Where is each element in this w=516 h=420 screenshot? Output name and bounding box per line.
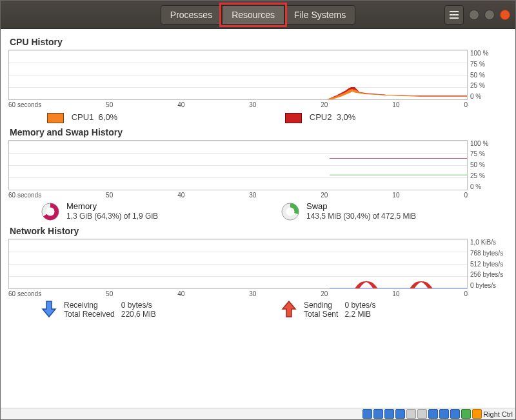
ylabel: 512 bytes/s [470, 261, 508, 268]
xlabel: 60 seconds [8, 101, 41, 108]
status-icon[interactable] [439, 409, 449, 419]
ylabel: 25 % [470, 82, 508, 89]
memory-detail: 1,3 GiB (64,3%) of 1,9 GiB [66, 212, 158, 222]
status-icon[interactable] [373, 409, 383, 419]
menu-button[interactable] [444, 5, 464, 25]
upload-arrow-icon [281, 300, 297, 319]
xlabel: 40 [177, 192, 184, 199]
ylabel: 768 bytes/s [470, 250, 508, 257]
titlebar: Processes Resources File Systems [1, 1, 515, 29]
status-icon[interactable] [428, 409, 438, 419]
svg-point-1 [46, 207, 54, 215]
cpu1-color-swatch [47, 113, 64, 123]
swap-label: Swap [306, 201, 416, 212]
window-controls [444, 5, 510, 25]
status-icon[interactable] [395, 409, 405, 419]
main-content: CPU History 100 % 75 % 50 % 25 % 0 % 60 … [1, 29, 515, 322]
network-legend: Receiving 0 bytes/s Total Received 220,6… [41, 300, 508, 319]
xlabel: 0 [464, 290, 468, 297]
swap-detail: 143,5 MiB (30,4%) of 472,5 MiB [306, 212, 416, 222]
network-history-title: Network History [10, 226, 508, 236]
xlabel: 10 [392, 192, 399, 199]
ylabel: 0 bytes/s [470, 282, 508, 289]
status-icon[interactable] [472, 409, 482, 419]
memory-y-axis: 100 % 75 % 50 % 25 % 0 % [468, 140, 508, 190]
total-sent-value: 2,2 MiB [344, 310, 382, 319]
xlabel: 20 [321, 192, 328, 199]
close-button[interactable] [500, 10, 510, 20]
status-icon[interactable] [461, 409, 471, 419]
xlabel: 50 [106, 192, 113, 199]
vm-status-bar: Right Ctrl [1, 408, 515, 419]
cpu2-value: 3,0% [337, 112, 356, 122]
memory-pie-icon [41, 202, 60, 221]
xlabel: 60 seconds [8, 192, 41, 199]
xlabel: 30 [249, 290, 256, 297]
memory-chart [8, 140, 468, 190]
cpu-legend: CPU1 6,0% CPU2 3,0% [47, 112, 508, 123]
tab-processes[interactable]: Processes [161, 5, 222, 25]
cpu2-legend[interactable]: CPU2 3,0% [285, 112, 355, 123]
receiving-item[interactable]: Receiving 0 bytes/s Total Received 220,6… [41, 300, 268, 319]
view-tabs: Processes Resources File Systems [161, 5, 355, 25]
xlabel: 50 [106, 101, 113, 108]
ylabel: 50 % [470, 161, 508, 168]
ylabel: 25 % [470, 172, 508, 179]
cpu-history-title: CPU History [10, 37, 508, 47]
ylabel: 75 % [470, 150, 508, 157]
tab-file-systems[interactable]: File Systems [284, 5, 355, 25]
status-icon[interactable] [406, 409, 416, 419]
total-sent-label: Total Sent [304, 310, 344, 319]
memory-label: Memory [66, 201, 158, 212]
tab-resources[interactable]: Resources [222, 5, 284, 25]
status-icon[interactable] [384, 409, 394, 419]
cpu-chart [8, 50, 468, 100]
status-icon[interactable] [417, 409, 427, 419]
network-y-axis: 1,0 KiB/s 768 bytes/s 512 bytes/s 256 by… [468, 239, 508, 289]
sending-rate: 0 bytes/s [344, 301, 382, 310]
ylabel: 256 bytes/s [470, 271, 508, 278]
memory-x-axis: 60 seconds 50 40 30 20 10 0 [8, 192, 468, 199]
cpu2-label: CPU2 [310, 112, 332, 122]
receiving-label: Receiving [64, 301, 121, 310]
download-arrow-icon [41, 300, 57, 319]
ylabel: 100 % [470, 50, 508, 57]
minimize-button[interactable] [469, 10, 479, 20]
status-icon[interactable] [362, 409, 372, 419]
cpu1-label: CPU1 [72, 112, 94, 122]
maximize-button[interactable] [484, 10, 495, 20]
xlabel: 10 [392, 290, 399, 297]
ylabel: 100 % [470, 140, 508, 147]
network-chart [8, 239, 468, 289]
xlabel: 30 [249, 101, 256, 108]
xlabel: 30 [249, 192, 256, 199]
total-received-label: Total Received [64, 310, 121, 319]
memory-legend: Memory 1,3 GiB (64,3%) of 1,9 GiB Swap 1… [41, 201, 508, 222]
receiving-rate: 0 bytes/s [121, 301, 163, 310]
memory-item[interactable]: Memory 1,3 GiB (64,3%) of 1,9 GiB [41, 201, 268, 222]
ylabel: 1,0 KiB/s [470, 239, 508, 246]
xlabel: 60 seconds [8, 290, 41, 297]
cpu1-legend[interactable]: CPU1 6,0% [47, 112, 117, 123]
swap-item[interactable]: Swap 143,5 MiB (30,4%) of 472,5 MiB [281, 201, 508, 222]
status-icon[interactable] [450, 409, 460, 419]
cpu1-value: 6,0% [99, 112, 118, 122]
xlabel: 0 [464, 192, 468, 199]
total-received-value: 220,6 MiB [121, 310, 163, 319]
ylabel: 75 % [470, 61, 508, 68]
ylabel: 0 % [470, 93, 508, 100]
memory-history-title: Memory and Swap History [10, 127, 508, 137]
ylabel: 0 % [470, 183, 508, 190]
host-key-label: Right Ctrl [483, 410, 513, 418]
cpu2-color-swatch [285, 113, 302, 123]
xlabel: 20 [321, 290, 328, 297]
xlabel: 40 [177, 290, 184, 297]
xlabel: 0 [464, 101, 468, 108]
svg-point-3 [286, 207, 294, 215]
xlabel: 50 [106, 290, 113, 297]
cpu-y-axis: 100 % 75 % 50 % 25 % 0 % [468, 50, 508, 100]
swap-pie-icon [281, 202, 300, 221]
sending-label: Sending [304, 301, 344, 310]
sending-item[interactable]: Sending 0 bytes/s Total Sent 2,2 MiB [281, 300, 508, 319]
network-x-axis: 60 seconds 50 40 30 20 10 0 [8, 290, 468, 297]
